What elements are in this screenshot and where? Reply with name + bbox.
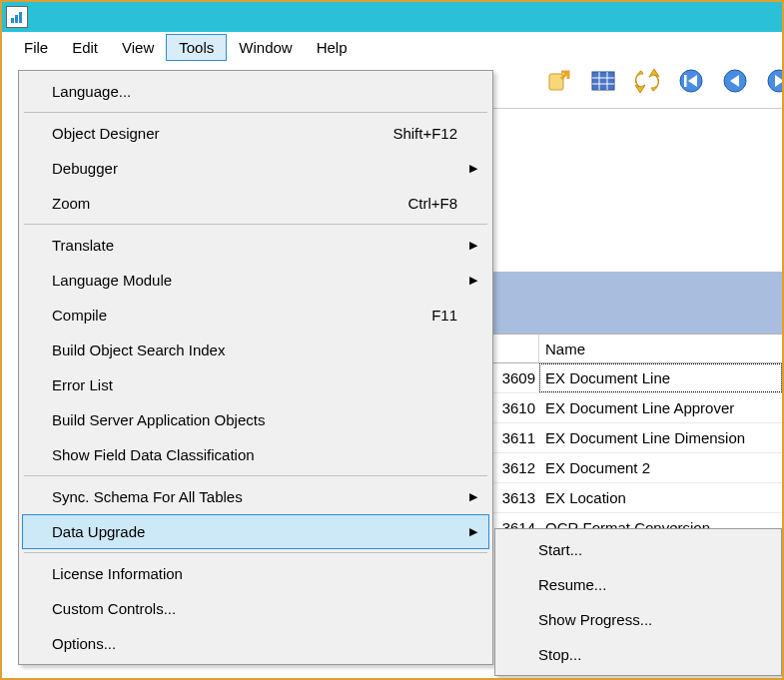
submenu-arrow-icon: ▶ — [469, 239, 477, 252]
menu-item-label: Debugger — [52, 160, 457, 177]
nav-first-icon[interactable] — [676, 66, 706, 96]
grid-icon[interactable] — [588, 66, 618, 96]
menu-item-label: Show Field Data Classification — [52, 446, 457, 463]
title-bar — [2, 2, 782, 32]
table-header-name[interactable]: Name — [539, 335, 782, 362]
menu-separator — [24, 475, 487, 476]
submenu-arrow-icon: ▶ — [469, 490, 477, 503]
menu-item-label: Language Module — [52, 272, 457, 289]
menu-item-label: Language... — [52, 83, 457, 100]
tools-item-debugger[interactable]: Debugger▶ — [22, 151, 489, 186]
tools-item-translate[interactable]: Translate▶ — [22, 228, 489, 263]
menu-edit[interactable]: Edit — [60, 35, 110, 60]
tools-item-data-upgrade[interactable]: Data Upgrade▶ — [22, 514, 489, 549]
export-icon[interactable] — [544, 66, 574, 96]
menu-item-label: Object Designer — [52, 125, 392, 142]
data-upgrade-item-start[interactable]: Start... — [498, 532, 778, 567]
menu-window[interactable]: Window — [227, 35, 304, 60]
table-row[interactable]: 3610 EX Document Line Approver — [491, 393, 782, 423]
svg-rect-10 — [684, 75, 687, 87]
tools-item-compile[interactable]: CompileF11 — [22, 298, 489, 333]
submenu-arrow-icon: ▶ — [469, 525, 477, 538]
row-name: EX Location — [539, 483, 782, 512]
row-id: 3610 — [491, 393, 539, 422]
tools-item-zoom[interactable]: ZoomCtrl+F8 — [22, 186, 489, 221]
tools-item-language-module[interactable]: Language Module▶ — [22, 263, 489, 298]
row-name: EX Document Line Dimension — [539, 423, 782, 452]
menu-separator — [24, 552, 487, 553]
tools-item-sync-schema-for-all-tables[interactable]: Sync. Schema For All Tables▶ — [22, 479, 489, 514]
menu-item-label: Stop... — [538, 646, 581, 663]
table-row[interactable]: 3613 EX Location — [491, 483, 782, 513]
data-upgrade-item-show-progress[interactable]: Show Progress... — [498, 602, 778, 637]
svg-rect-2 — [19, 12, 22, 23]
svg-rect-1 — [15, 15, 18, 23]
menu-bar: File Edit View Tools Window Help — [2, 32, 782, 62]
data-upgrade-item-stop[interactable]: Stop... — [498, 637, 778, 672]
menu-item-label: Custom Controls... — [52, 600, 457, 617]
object-table: Name 3609 EX Document Line 3610 EX Docum… — [491, 334, 782, 543]
menu-file[interactable]: File — [12, 35, 60, 60]
menu-item-label: License Information — [52, 565, 457, 582]
menu-item-label: Show Progress... — [538, 611, 652, 628]
menu-item-label: Sync. Schema For All Tables — [52, 488, 457, 505]
menu-tools[interactable]: Tools — [166, 34, 227, 61]
tools-item-language[interactable]: Language... — [22, 74, 489, 109]
table-row[interactable]: 3611 EX Document Line Dimension — [491, 423, 782, 453]
tools-item-license-information[interactable]: License Information — [22, 556, 489, 591]
menu-item-shortcut: F11 — [431, 307, 457, 324]
tools-item-show-field-data-classification[interactable]: Show Field Data Classification — [22, 437, 489, 472]
menu-item-label: Compile — [52, 307, 431, 324]
tools-dropdown: Language...Object DesignerShift+F12Debug… — [18, 70, 493, 665]
nav-prev-icon[interactable] — [720, 66, 750, 96]
svg-rect-0 — [11, 18, 14, 23]
menu-item-label: Build Object Search Index — [52, 341, 457, 358]
menu-separator — [24, 224, 487, 225]
menu-item-label: Build Server Application Objects — [52, 411, 457, 428]
data-upgrade-submenu: Start...Resume...Show Progress...Stop... — [494, 528, 782, 676]
tools-item-build-server-application-objects[interactable]: Build Server Application Objects — [22, 402, 489, 437]
menu-item-label: Data Upgrade — [52, 523, 457, 540]
row-id: 3609 — [491, 363, 539, 392]
tools-item-options[interactable]: Options... — [22, 626, 489, 661]
menu-item-label: Translate — [52, 237, 457, 254]
tools-item-custom-controls[interactable]: Custom Controls... — [22, 591, 489, 626]
window-frame: File Edit View Tools Window Help — [0, 0, 784, 680]
menu-item-shortcut: Ctrl+F8 — [407, 195, 457, 212]
row-name: EX Document Line Approver — [539, 393, 782, 422]
data-upgrade-item-resume[interactable]: Resume... — [498, 567, 778, 602]
menu-item-shortcut: Shift+F12 — [392, 125, 457, 142]
table-row[interactable]: 3612 EX Document 2 — [491, 453, 782, 483]
menu-item-label: Options... — [52, 635, 457, 652]
svg-rect-3 — [549, 74, 563, 90]
row-id: 3613 — [491, 483, 539, 512]
submenu-arrow-icon: ▶ — [469, 274, 477, 287]
menu-item-label: Start... — [538, 541, 582, 558]
table-header: Name — [491, 334, 782, 363]
tools-item-object-designer[interactable]: Object DesignerShift+F12 — [22, 116, 489, 151]
svg-rect-4 — [592, 72, 614, 90]
menu-item-label: Resume... — [538, 576, 606, 593]
tools-item-error-list[interactable]: Error List — [22, 367, 489, 402]
row-id: 3612 — [491, 453, 539, 482]
menu-separator — [24, 112, 487, 113]
row-name: EX Document 2 — [539, 453, 782, 482]
table-row[interactable]: 3609 EX Document Line — [491, 363, 782, 393]
menu-view[interactable]: View — [110, 35, 166, 60]
table-header-id[interactable] — [491, 335, 539, 362]
submenu-arrow-icon: ▶ — [469, 162, 477, 175]
table-title-band — [491, 272, 782, 334]
row-id: 3611 — [491, 423, 539, 452]
refresh-icon[interactable] — [632, 66, 662, 96]
tools-item-build-object-search-index[interactable]: Build Object Search Index — [22, 333, 489, 367]
menu-help[interactable]: Help — [305, 35, 360, 60]
row-name: EX Document Line — [539, 363, 782, 392]
menu-item-label: Zoom — [52, 195, 407, 212]
menu-item-label: Error List — [52, 376, 457, 393]
app-icon — [6, 6, 28, 28]
nav-next-icon[interactable] — [764, 66, 784, 96]
